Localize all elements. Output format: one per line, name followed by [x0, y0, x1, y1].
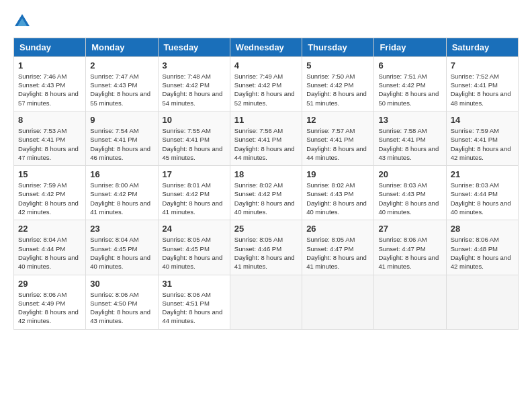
calendar-cell: 2Sunrise: 7:47 AMSunset: 4:43 PMDaylight…	[86, 56, 158, 111]
calendar-week-3: 15Sunrise: 7:59 AMSunset: 4:42 PMDayligh…	[14, 166, 519, 220]
day-detail: Sunrise: 8:04 AMSunset: 4:44 PMDaylight:…	[18, 235, 81, 271]
day-detail: Sunrise: 8:05 AMSunset: 4:45 PMDaylight:…	[163, 235, 226, 271]
day-header-friday: Friday	[374, 38, 446, 56]
calendar-cell: 19Sunrise: 8:02 AMSunset: 4:43 PMDayligh…	[302, 166, 374, 220]
calendar-cell: 28Sunrise: 8:06 AMSunset: 4:48 PMDayligh…	[446, 220, 518, 275]
day-number: 3	[163, 60, 226, 71]
day-detail: Sunrise: 7:51 AMSunset: 4:42 PMDaylight:…	[378, 72, 441, 107]
calendar-cell: 21Sunrise: 8:03 AMSunset: 4:44 PMDayligh…	[446, 166, 518, 220]
day-number: 30	[90, 279, 153, 289]
day-number: 13	[378, 115, 441, 125]
day-detail: Sunrise: 7:59 AMSunset: 4:42 PMDaylight:…	[18, 181, 81, 216]
calendar-cell: 13Sunrise: 7:58 AMSunset: 4:41 PMDayligh…	[374, 111, 446, 165]
day-number: 1	[18, 60, 81, 71]
day-header-tuesday: Tuesday	[158, 38, 230, 56]
calendar-cell: 26Sunrise: 8:05 AMSunset: 4:47 PMDayligh…	[302, 220, 374, 275]
day-number: 31	[163, 279, 226, 289]
day-detail: Sunrise: 8:03 AMSunset: 4:44 PMDaylight:…	[451, 181, 514, 216]
day-number: 23	[90, 224, 153, 234]
calendar-cell	[446, 275, 518, 329]
day-detail: Sunrise: 8:05 AMSunset: 4:46 PMDaylight:…	[234, 235, 298, 271]
calendar-cell: 14Sunrise: 7:59 AMSunset: 4:41 PMDayligh…	[446, 111, 518, 165]
calendar-week-5: 29Sunrise: 8:06 AMSunset: 4:49 PMDayligh…	[14, 275, 519, 329]
logo	[13, 13, 30, 27]
calendar-cell: 10Sunrise: 7:55 AMSunset: 4:41 PMDayligh…	[158, 111, 230, 165]
day-number: 4	[234, 60, 298, 71]
calendar-week-2: 8Sunrise: 7:53 AMSunset: 4:41 PMDaylight…	[14, 111, 519, 165]
calendar-cell: 31Sunrise: 8:06 AMSunset: 4:51 PMDayligh…	[158, 275, 230, 329]
day-number: 10	[163, 115, 226, 125]
day-detail: Sunrise: 8:02 AMSunset: 4:43 PMDaylight:…	[306, 181, 369, 216]
day-detail: Sunrise: 8:06 AMSunset: 4:48 PMDaylight:…	[451, 235, 514, 271]
day-number: 17	[163, 169, 226, 179]
calendar-cell: 16Sunrise: 8:00 AMSunset: 4:42 PMDayligh…	[86, 166, 158, 220]
calendar-cell: 18Sunrise: 8:02 AMSunset: 4:42 PMDayligh…	[230, 166, 302, 220]
day-detail: Sunrise: 7:58 AMSunset: 4:41 PMDaylight:…	[378, 126, 441, 162]
day-header-sunday: Sunday	[14, 38, 86, 56]
calendar-cell: 30Sunrise: 8:06 AMSunset: 4:50 PMDayligh…	[86, 275, 158, 329]
day-number: 25	[234, 224, 298, 234]
day-number: 16	[90, 169, 153, 179]
calendar-cell: 7Sunrise: 7:52 AMSunset: 4:41 PMDaylight…	[446, 56, 518, 111]
day-detail: Sunrise: 7:53 AMSunset: 4:41 PMDaylight:…	[18, 126, 81, 162]
day-number: 14	[451, 115, 514, 125]
day-number: 27	[378, 224, 441, 234]
calendar-cell	[302, 275, 374, 329]
calendar-cell: 17Sunrise: 8:01 AMSunset: 4:42 PMDayligh…	[158, 166, 230, 220]
logo-icon	[15, 14, 30, 26]
day-number: 6	[378, 60, 441, 71]
day-number: 8	[18, 115, 81, 125]
day-detail: Sunrise: 7:48 AMSunset: 4:42 PMDaylight:…	[163, 72, 226, 107]
calendar-cell: 9Sunrise: 7:54 AMSunset: 4:41 PMDaylight…	[86, 111, 158, 165]
calendar-cell: 6Sunrise: 7:51 AMSunset: 4:42 PMDaylight…	[374, 56, 446, 111]
day-number: 7	[451, 60, 514, 71]
day-number: 5	[306, 60, 369, 71]
day-header-saturday: Saturday	[446, 38, 518, 56]
calendar-header-row: SundayMondayTuesdayWednesdayThursdayFrid…	[14, 38, 519, 56]
day-header-wednesday: Wednesday	[230, 38, 302, 56]
day-detail: Sunrise: 7:56 AMSunset: 4:41 PMDaylight:…	[234, 126, 298, 162]
day-detail: Sunrise: 8:06 AMSunset: 4:47 PMDaylight:…	[378, 235, 441, 271]
day-detail: Sunrise: 8:06 AMSunset: 4:50 PMDaylight:…	[90, 290, 153, 326]
calendar-table: SundayMondayTuesdayWednesdayThursdayFrid…	[13, 38, 519, 330]
calendar-cell: 29Sunrise: 8:06 AMSunset: 4:49 PMDayligh…	[14, 275, 86, 329]
calendar-cell: 15Sunrise: 7:59 AMSunset: 4:42 PMDayligh…	[14, 166, 86, 220]
day-header-thursday: Thursday	[302, 38, 374, 56]
calendar-cell: 11Sunrise: 7:56 AMSunset: 4:41 PMDayligh…	[230, 111, 302, 165]
day-number: 28	[451, 224, 514, 234]
day-detail: Sunrise: 8:03 AMSunset: 4:43 PMDaylight:…	[378, 181, 441, 216]
day-detail: Sunrise: 8:06 AMSunset: 4:51 PMDaylight:…	[163, 290, 226, 326]
calendar-cell	[230, 275, 302, 329]
day-detail: Sunrise: 7:59 AMSunset: 4:41 PMDaylight:…	[451, 126, 514, 162]
day-number: 9	[90, 115, 153, 125]
calendar-cell: 20Sunrise: 8:03 AMSunset: 4:43 PMDayligh…	[374, 166, 446, 220]
day-detail: Sunrise: 8:02 AMSunset: 4:42 PMDaylight:…	[234, 181, 298, 216]
calendar-cell: 24Sunrise: 8:05 AMSunset: 4:45 PMDayligh…	[158, 220, 230, 275]
day-detail: Sunrise: 7:50 AMSunset: 4:42 PMDaylight:…	[306, 72, 369, 107]
day-detail: Sunrise: 7:55 AMSunset: 4:41 PMDaylight:…	[163, 126, 226, 162]
calendar-week-4: 22Sunrise: 8:04 AMSunset: 4:44 PMDayligh…	[14, 220, 519, 275]
calendar-cell: 12Sunrise: 7:57 AMSunset: 4:41 PMDayligh…	[302, 111, 374, 165]
calendar-cell: 4Sunrise: 7:49 AMSunset: 4:42 PMDaylight…	[230, 56, 302, 111]
day-number: 21	[451, 169, 514, 179]
day-number: 19	[306, 169, 369, 179]
calendar-cell: 25Sunrise: 8:05 AMSunset: 4:46 PMDayligh…	[230, 220, 302, 275]
day-number: 26	[306, 224, 369, 234]
calendar-cell: 1Sunrise: 7:46 AMSunset: 4:43 PMDaylight…	[14, 56, 86, 111]
day-detail: Sunrise: 7:47 AMSunset: 4:43 PMDaylight:…	[90, 72, 153, 107]
day-number: 29	[18, 279, 81, 289]
day-detail: Sunrise: 7:57 AMSunset: 4:41 PMDaylight:…	[306, 126, 369, 162]
calendar-cell: 22Sunrise: 8:04 AMSunset: 4:44 PMDayligh…	[14, 220, 86, 275]
page-header	[13, 13, 519, 27]
day-detail: Sunrise: 7:54 AMSunset: 4:41 PMDaylight:…	[90, 126, 153, 162]
day-number: 24	[163, 224, 226, 234]
day-number: 18	[234, 169, 298, 179]
day-detail: Sunrise: 8:05 AMSunset: 4:47 PMDaylight:…	[306, 235, 369, 271]
day-header-monday: Monday	[86, 38, 158, 56]
day-number: 22	[18, 224, 81, 234]
calendar-cell: 27Sunrise: 8:06 AMSunset: 4:47 PMDayligh…	[374, 220, 446, 275]
day-number: 15	[18, 169, 81, 179]
calendar-cell	[374, 275, 446, 329]
day-number: 20	[378, 169, 441, 179]
day-detail: Sunrise: 7:49 AMSunset: 4:42 PMDaylight:…	[234, 72, 298, 107]
